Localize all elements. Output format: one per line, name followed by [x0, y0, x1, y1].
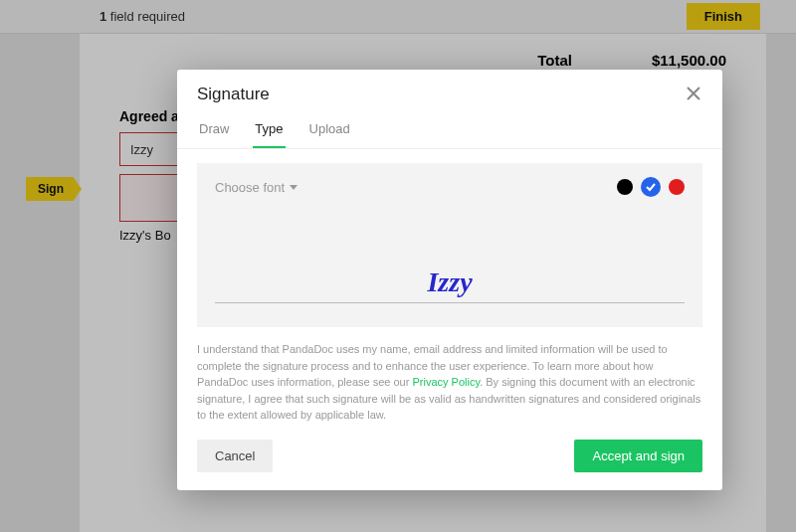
signature-tabs: Draw Type Upload [177, 113, 722, 149]
color-swatch-blue[interactable] [641, 177, 661, 197]
modal-header: Signature [177, 70, 722, 113]
color-swatch-red[interactable] [669, 179, 685, 195]
close-button[interactable] [685, 84, 702, 105]
disclaimer-text: I understand that PandaDoc uses my name,… [177, 327, 722, 424]
tab-upload[interactable]: Upload [307, 113, 352, 148]
check-icon [646, 182, 656, 192]
tab-type[interactable]: Type [253, 113, 285, 148]
choose-font-dropdown[interactable]: Choose font [215, 180, 298, 195]
choose-font-label: Choose font [215, 180, 285, 195]
privacy-policy-link[interactable]: Privacy Policy [412, 376, 480, 388]
signature-modal: Signature Draw Type Upload Choose font I… [177, 70, 722, 490]
cancel-button[interactable]: Cancel [197, 440, 273, 472]
color-swatch-black[interactable] [617, 179, 633, 195]
chevron-down-icon [290, 185, 298, 190]
signature-line[interactable]: Izzy [215, 266, 685, 303]
typed-signature: Izzy [427, 266, 472, 297]
signature-toolbar: Choose font [215, 177, 685, 197]
modal-title: Signature [197, 85, 270, 104]
signature-area: Choose font Izzy [197, 163, 702, 327]
accept-sign-button[interactable]: Accept and sign [574, 440, 702, 472]
modal-footer: Cancel Accept and sign [177, 424, 722, 490]
tab-draw[interactable]: Draw [197, 113, 231, 148]
close-icon [687, 87, 700, 100]
color-picker [617, 177, 685, 197]
